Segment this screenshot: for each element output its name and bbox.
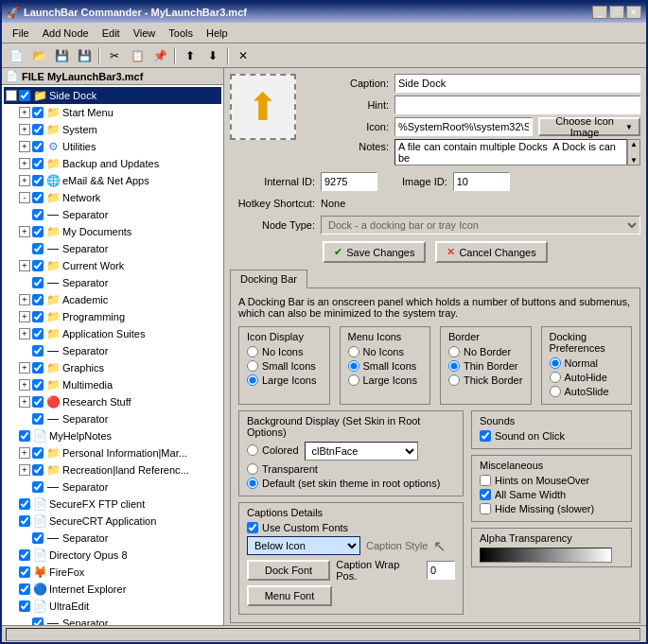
hint-input[interactable] <box>394 96 640 114</box>
open-button[interactable]: 📂 <box>28 46 49 65</box>
menu-tools[interactable]: Tools <box>163 26 199 41</box>
notes-scroll-up[interactable]: ▲ <box>630 140 638 148</box>
tree-item-sep8[interactable]: — Separator <box>4 615 221 625</box>
hide-missing-input[interactable] <box>480 503 491 514</box>
checkbox-backup[interactable] <box>32 158 44 169</box>
radio-large-icons-input[interactable] <box>247 374 258 386</box>
icon-input[interactable] <box>394 117 533 136</box>
radio-no-border[interactable]: No Border <box>448 346 523 357</box>
caption-style-combo[interactable]: Below Icon <box>247 536 360 555</box>
maximize-button[interactable]: □ <box>609 6 624 19</box>
checkbox-utilities[interactable] <box>32 141 44 152</box>
menu-font-button[interactable]: Menu Font <box>247 585 332 606</box>
tree-item-sep6[interactable]: — Separator <box>4 479 221 496</box>
tree-item-ultraedit[interactable]: 📄 UltraEdit <box>4 598 221 615</box>
expander-personalinfo[interactable]: + <box>19 447 30 459</box>
cancel-changes-button[interactable]: ✕ Cancel Changes <box>435 241 547 263</box>
tree-item-email[interactable]: + 🌐 eMail && Net Apps <box>4 172 221 189</box>
expander-academic[interactable]: + <box>19 294 30 305</box>
radio-no-icons-input[interactable] <box>247 346 258 357</box>
delete-button[interactable]: ✕ <box>233 46 254 65</box>
radio-thin-border[interactable]: Thin Border <box>448 360 523 372</box>
hints-on-mouseover-checkbox[interactable]: Hints on MouseOver <box>480 475 623 486</box>
checkbox-appsuites[interactable] <box>32 328 44 339</box>
hide-missing-checkbox[interactable]: Hide Missing (slower) <box>480 503 623 514</box>
tree-item-firefox[interactable]: 🦊 FireFox <box>4 564 221 581</box>
checkbox-sep4[interactable] <box>32 345 44 357</box>
expander-system[interactable]: + <box>19 124 30 135</box>
tree-item-sep2[interactable]: — Separator <box>4 240 221 257</box>
menu-view[interactable]: View <box>128 26 162 41</box>
tree-item-ie[interactable]: 🔵 Internet Explorer <box>4 581 221 598</box>
checkbox-network[interactable] <box>32 192 44 203</box>
internal-id-input[interactable] <box>321 172 377 191</box>
tree-item-network[interactable]: - 📁 Network <box>4 189 221 206</box>
checkbox-research[interactable] <box>32 396 44 408</box>
checkbox-sep8[interactable] <box>32 618 44 625</box>
radio-colored-input[interactable] <box>247 444 258 456</box>
radio-normal-input[interactable] <box>550 357 561 369</box>
menu-file[interactable]: File <box>7 26 35 41</box>
radio-no-border-input[interactable] <box>448 346 460 357</box>
tree-item-securefx[interactable]: 📄 SecureFX FTP client <box>4 496 221 513</box>
checkbox-sep1[interactable] <box>32 209 44 220</box>
tree-item-graphics[interactable]: + 📁 Graphics <box>4 359 221 376</box>
moveup-button[interactable]: ⬆ <box>180 46 201 65</box>
dock-font-button[interactable]: Dock Font <box>247 560 330 581</box>
checkbox-graphics[interactable] <box>32 362 44 374</box>
expander-recreation[interactable]: + <box>19 464 30 476</box>
checkbox-securecrt[interactable] <box>19 515 30 527</box>
radio-menu-large-icons-input[interactable] <box>348 374 359 386</box>
tree-item-currentwork[interactable]: + 📁 Current Work <box>4 257 221 274</box>
checkbox-recreation[interactable] <box>32 464 44 476</box>
all-same-width-checkbox[interactable]: All Same Width <box>480 489 623 500</box>
tab-docking-bar[interactable]: Docking Bar <box>230 270 307 288</box>
checkbox-sep5[interactable] <box>32 413 44 425</box>
radio-autohide[interactable]: AutoHide <box>550 372 624 383</box>
tree-item-sep4[interactable]: — Separator <box>4 342 221 359</box>
tree-item-sep1[interactable]: — Separator <box>4 206 221 223</box>
expander-appsuites[interactable]: + <box>19 328 30 339</box>
tree-item-sep5[interactable]: — Separator <box>4 410 221 427</box>
checkbox-academic[interactable] <box>32 294 44 305</box>
menu-edit[interactable]: Edit <box>96 26 126 41</box>
tree-item-research[interactable]: + 🔴 Research Stuff <box>4 393 221 410</box>
node-type-select[interactable]: Dock - a docking bar or tray Icon <box>321 216 640 235</box>
image-id-input[interactable] <box>453 172 510 191</box>
alpha-slider[interactable] <box>480 548 612 563</box>
caption-wrap-pos-input[interactable] <box>427 561 455 580</box>
tree-item-sep7[interactable]: — Separator <box>4 530 221 547</box>
checkbox-mydocs[interactable] <box>32 226 44 237</box>
tree-item-start-menu[interactable]: + 📁 Start Menu <box>4 104 221 121</box>
use-custom-fonts-checkbox[interactable]: Use Custom Fonts <box>247 522 455 533</box>
bg-color-combo[interactable]: clBtnFace <box>305 442 418 461</box>
radio-autoslide-input[interactable] <box>550 386 561 397</box>
radio-default-skin[interactable]: Default (set skin theme in root options) <box>247 478 455 489</box>
checkbox-myhelpnotes[interactable] <box>19 430 30 442</box>
checkbox-start-menu[interactable] <box>32 107 44 118</box>
expander-currentwork[interactable]: + <box>19 260 30 271</box>
sound-on-click-checkbox[interactable]: Sound on Click <box>480 430 623 442</box>
use-custom-fonts-input[interactable] <box>247 522 258 533</box>
save-toolbar-button[interactable]: 💾 <box>51 46 72 65</box>
radio-autoslide[interactable]: AutoSlide <box>550 386 624 397</box>
tree-item-sep3[interactable]: — Separator <box>4 274 221 291</box>
tree-item-recreation[interactable]: + 📁 Recreation|land Referenc... <box>4 461 221 479</box>
minimize-button[interactable]: _ <box>592 6 607 19</box>
tree-item-mydocs[interactable]: + 📁 My Documents <box>4 223 221 240</box>
tree-item-personalinfo[interactable]: + 📁 Personal Information|Mar... <box>4 444 221 461</box>
tree-scroll[interactable]: - 📁 Side Dock + 📁 Start Menu + 📁 <box>2 85 223 625</box>
expander-multimedia[interactable]: + <box>19 379 30 391</box>
checkbox-sep7[interactable] <box>32 532 44 544</box>
checkbox-ie[interactable] <box>19 583 30 595</box>
notes-scroll-down[interactable]: ▼ <box>630 156 638 165</box>
checkbox-ultraedit[interactable] <box>19 600 30 612</box>
radio-default-skin-input[interactable] <box>247 478 258 489</box>
checkbox-side-dock[interactable] <box>19 90 30 101</box>
checkbox-securefx[interactable] <box>19 498 30 510</box>
expander-email[interactable]: + <box>19 175 30 186</box>
tree-item-side-dock[interactable]: - 📁 Side Dock <box>4 87 221 104</box>
movedown-button[interactable]: ⬇ <box>202 46 223 65</box>
checkbox-dopus[interactable] <box>19 549 30 561</box>
radio-small-icons-input[interactable] <box>247 360 258 372</box>
